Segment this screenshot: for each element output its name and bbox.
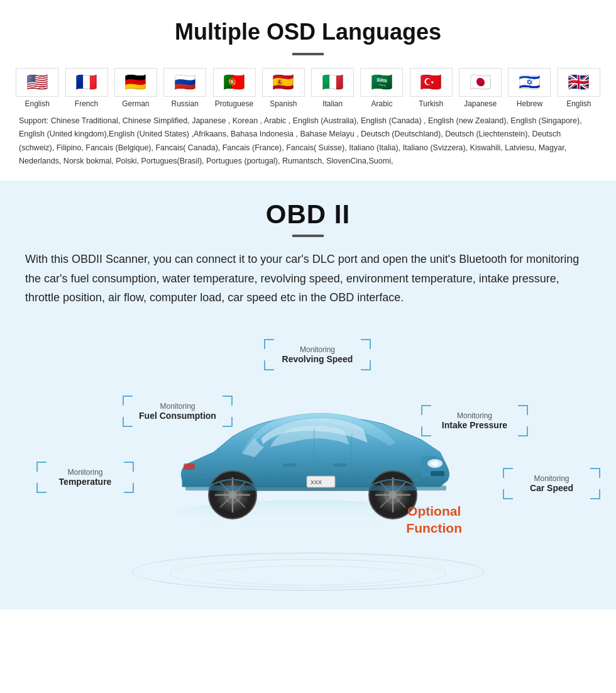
flag-label: Spanish [270, 99, 297, 108]
osd-divider [292, 53, 324, 55]
flag-item-russian: 🇷🇺 Russian [160, 68, 209, 108]
svg-rect-6 [431, 471, 444, 476]
revolving-sub: Monitoring [273, 345, 362, 354]
osd-section: Multiple OSD Languages 🇺🇸 English 🇫🇷 Fre… [0, 0, 616, 180]
flags-row: 🇺🇸 English 🇫🇷 French 🇩🇪 German 🇷🇺 Russia… [13, 68, 603, 108]
flag-emoji: 🇵🇹 [213, 68, 256, 97]
svg-rect-8 [283, 463, 297, 467]
ripple-container [119, 540, 497, 590]
flag-item-italian: 🇮🇹 Italian [308, 68, 357, 108]
temp-sub: Monitoring [45, 468, 125, 477]
flag-label: German [122, 99, 149, 108]
flag-item-spanish: 🇪🇸 Spanish [259, 68, 308, 108]
flag-emoji: 🇮🇹 [311, 68, 354, 97]
flag-emoji: 🇪🇸 [262, 68, 305, 97]
flag-item-hebrew: 🇮🇱 Hebrew [505, 68, 554, 108]
flag-label: Russian [172, 99, 199, 108]
obd-description: With this OBDII Scanner, you can connect… [25, 250, 591, 308]
speed-main: Car Speed [512, 483, 591, 493]
obd-title: OBD II [25, 199, 591, 230]
flag-item-arabic: 🇸🇦 Arabic [357, 68, 406, 108]
osd-title: Multiple OSD Languages [13, 19, 603, 45]
flag-label: Japanese [464, 99, 497, 108]
flag-emoji: 🇬🇧 [558, 68, 600, 97]
flag-label: Protuguese [215, 99, 253, 108]
flag-item-turkish: 🇹🇷 Turkish [407, 68, 456, 108]
svg-point-4 [431, 461, 439, 466]
flag-item-german: 🇩🇪 German [111, 68, 160, 108]
flag-emoji: 🇩🇪 [114, 68, 157, 97]
flag-emoji: 🇷🇺 [163, 68, 206, 97]
speed-sub: Monitoring [512, 474, 591, 483]
flag-emoji: 🇹🇷 [410, 68, 453, 97]
flag-item-english: 🇺🇸 English [13, 68, 62, 108]
flag-label: Italian [322, 99, 343, 108]
monitor-revolving-speed: Monitoring Revolving Speed [264, 339, 371, 370]
flag-emoji: 🇯🇵 [459, 68, 502, 97]
support-text: Support: Chinese Traditional, Chinese Si… [13, 114, 603, 168]
flag-label: Hebrew [517, 99, 542, 108]
flag-label: English [25, 99, 50, 108]
flag-emoji: 🇫🇷 [65, 68, 108, 97]
car-diagram: Monitoring Revolving Speed Monitoring Fu… [25, 320, 591, 597]
temp-main: Temperature [45, 477, 125, 487]
svg-text:XXX: XXX [311, 479, 322, 485]
svg-rect-7 [333, 463, 347, 467]
obd-section: OBD II With this OBDII Scanner, you can … [0, 180, 616, 609]
flag-emoji: 🇮🇱 [508, 68, 551, 97]
obd-divider [292, 235, 324, 237]
flag-item-english: 🇬🇧 English [554, 68, 603, 108]
svg-rect-5 [184, 463, 195, 470]
monitor-car-speed: Monitoring Car Speed [503, 468, 600, 499]
flag-label: Turkish [419, 99, 443, 108]
optional-function-badge: Optional Function [406, 502, 462, 537]
flag-item-protuguese: 🇵🇹 Protuguese [209, 68, 258, 108]
flag-label: English [566, 99, 591, 108]
monitor-temperature: Monitoring Temperature [36, 462, 134, 493]
optional-line1: Optional [406, 502, 462, 519]
flag-emoji: 🇺🇸 [16, 68, 58, 97]
optional-line2: Function [406, 519, 462, 536]
flag-label: French [75, 99, 98, 108]
flag-item-japanese: 🇯🇵 Japanese [456, 68, 505, 108]
flag-label: Arabic [371, 99, 392, 108]
revolving-main: Revolving Speed [273, 354, 362, 364]
flag-emoji: 🇸🇦 [360, 68, 403, 97]
flag-item-french: 🇫🇷 French [62, 68, 111, 108]
